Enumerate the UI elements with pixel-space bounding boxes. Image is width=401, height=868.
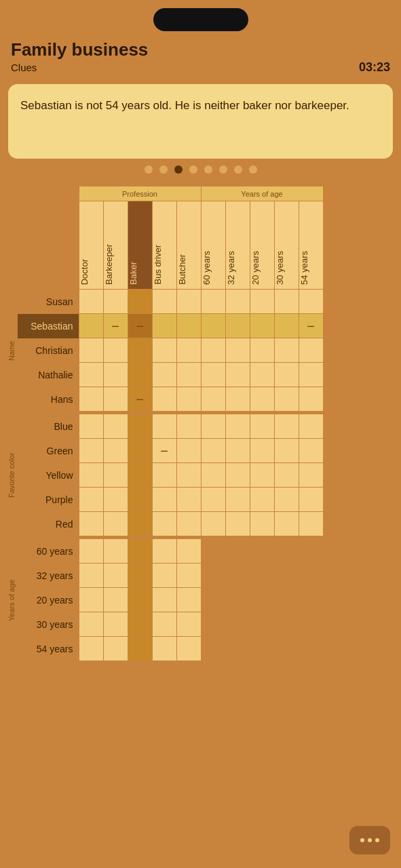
cell-sebastian-30[interactable] xyxy=(274,314,299,338)
cell-hans-butcher[interactable] xyxy=(176,387,201,412)
cell-red-barkeeper[interactable] xyxy=(103,512,128,536)
cell-hans-baker[interactable]: − xyxy=(128,387,152,412)
cell-yellow-54[interactable] xyxy=(299,463,323,488)
cell-blue-butcher[interactable] xyxy=(176,414,201,439)
cell-green-20[interactable] xyxy=(250,439,274,463)
cell-age60-butcher[interactable] xyxy=(176,539,201,564)
cell-purple-54[interactable] xyxy=(299,488,323,512)
cell-purple-baker[interactable] xyxy=(128,488,152,512)
cell-yellow-barkeeper[interactable] xyxy=(103,463,128,488)
cell-nathalie-butcher[interactable] xyxy=(176,363,201,387)
cell-blue-30[interactable] xyxy=(274,414,299,439)
cell-susan-60[interactable] xyxy=(201,290,225,314)
cell-red-32[interactable] xyxy=(225,512,250,536)
dot-7[interactable] xyxy=(234,165,242,174)
cell-sebastian-32[interactable] xyxy=(225,314,250,338)
cell-nathalie-30[interactable] xyxy=(274,363,299,387)
cell-blue-barkeeper[interactable] xyxy=(103,414,128,439)
cell-age20-busdriver[interactable] xyxy=(152,588,176,612)
cell-green-busdriver[interactable]: − xyxy=(152,439,176,463)
cell-blue-32[interactable] xyxy=(225,414,250,439)
cell-christian-doctor[interactable] xyxy=(79,338,103,363)
cell-christian-baker[interactable] xyxy=(128,338,152,363)
cell-yellow-60[interactable] xyxy=(201,463,225,488)
cell-yellow-32[interactable] xyxy=(225,463,250,488)
cell-christian-butcher[interactable] xyxy=(176,338,201,363)
cell-christian-32[interactable] xyxy=(225,338,250,363)
cell-sebastian-barkeeper[interactable]: − xyxy=(103,314,128,338)
cell-green-32[interactable] xyxy=(225,439,250,463)
cell-blue-54[interactable] xyxy=(299,414,323,439)
cell-age32-baker[interactable] xyxy=(128,564,152,588)
cell-hans-32[interactable] xyxy=(225,387,250,412)
cell-christian-busdriver[interactable] xyxy=(152,338,176,363)
cell-sebastian-60[interactable] xyxy=(201,314,225,338)
cell-hans-doctor[interactable] xyxy=(79,387,103,412)
cell-hans-54[interactable] xyxy=(299,387,323,412)
dot-8[interactable] xyxy=(249,165,257,174)
dot-1[interactable] xyxy=(145,165,153,174)
cell-blue-baker[interactable] xyxy=(128,414,152,439)
cell-hans-60[interactable] xyxy=(201,387,225,412)
cell-susan-butcher[interactable] xyxy=(176,290,201,314)
more-button[interactable] xyxy=(349,826,390,854)
cell-age54-busdriver[interactable] xyxy=(152,637,176,661)
cell-age32-doctor[interactable] xyxy=(79,564,103,588)
dot-2[interactable] xyxy=(159,165,168,174)
cell-sebastian-doctor[interactable] xyxy=(79,314,103,338)
cell-age32-butcher[interactable] xyxy=(176,564,201,588)
cell-yellow-20[interactable] xyxy=(250,463,274,488)
cell-sebastian-54[interactable]: − xyxy=(299,314,323,338)
cell-yellow-butcher[interactable] xyxy=(176,463,201,488)
cell-hans-busdriver[interactable] xyxy=(152,387,176,412)
cell-age54-butcher[interactable] xyxy=(176,637,201,661)
dot-6[interactable] xyxy=(219,165,227,174)
cell-age54-baker[interactable] xyxy=(128,637,152,661)
cell-susan-baker[interactable] xyxy=(128,290,152,314)
cell-susan-busdriver[interactable] xyxy=(152,290,176,314)
cell-red-doctor[interactable] xyxy=(79,512,103,536)
cell-hans-30[interactable] xyxy=(274,387,299,412)
cell-blue-20[interactable] xyxy=(250,414,274,439)
cell-yellow-doctor[interactable] xyxy=(79,463,103,488)
cell-nathalie-60[interactable] xyxy=(201,363,225,387)
cell-nathalie-20[interactable] xyxy=(250,363,274,387)
cell-purple-doctor[interactable] xyxy=(79,488,103,512)
cell-purple-barkeeper[interactable] xyxy=(103,488,128,512)
cell-hans-barkeeper[interactable] xyxy=(103,387,128,412)
cell-red-54[interactable] xyxy=(299,512,323,536)
cell-green-baker[interactable] xyxy=(128,439,152,463)
cell-nathalie-barkeeper[interactable] xyxy=(103,363,128,387)
cell-nathalie-busdriver[interactable] xyxy=(152,363,176,387)
cell-age30-butcher[interactable] xyxy=(176,612,201,637)
cell-susan-doctor[interactable] xyxy=(79,290,103,314)
cell-blue-busdriver[interactable] xyxy=(152,414,176,439)
cell-yellow-30[interactable] xyxy=(274,463,299,488)
cell-blue-60[interactable] xyxy=(201,414,225,439)
cell-age32-barkeeper[interactable] xyxy=(103,564,128,588)
cell-red-30[interactable] xyxy=(274,512,299,536)
cell-susan-32[interactable] xyxy=(225,290,250,314)
cell-susan-30[interactable] xyxy=(274,290,299,314)
cell-age30-busdriver[interactable] xyxy=(152,612,176,637)
cell-green-60[interactable] xyxy=(201,439,225,463)
cell-age20-doctor[interactable] xyxy=(79,588,103,612)
cell-christian-60[interactable] xyxy=(201,338,225,363)
cell-age60-baker[interactable] xyxy=(128,539,152,564)
dot-3[interactable] xyxy=(174,165,183,174)
cell-susan-54[interactable] xyxy=(299,290,323,314)
cell-yellow-busdriver[interactable] xyxy=(152,463,176,488)
cell-christian-30[interactable] xyxy=(274,338,299,363)
cell-purple-32[interactable] xyxy=(225,488,250,512)
cell-age30-barkeeper[interactable] xyxy=(103,612,128,637)
cell-susan-barkeeper[interactable] xyxy=(103,290,128,314)
cell-green-54[interactable] xyxy=(299,439,323,463)
cell-purple-60[interactable] xyxy=(201,488,225,512)
cell-age60-barkeeper[interactable] xyxy=(103,539,128,564)
cell-red-20[interactable] xyxy=(250,512,274,536)
cell-yellow-baker[interactable] xyxy=(128,463,152,488)
cell-green-butcher[interactable] xyxy=(176,439,201,463)
cell-christian-barkeeper[interactable] xyxy=(103,338,128,363)
cell-age20-barkeeper[interactable] xyxy=(103,588,128,612)
cell-red-butcher[interactable] xyxy=(176,512,201,536)
